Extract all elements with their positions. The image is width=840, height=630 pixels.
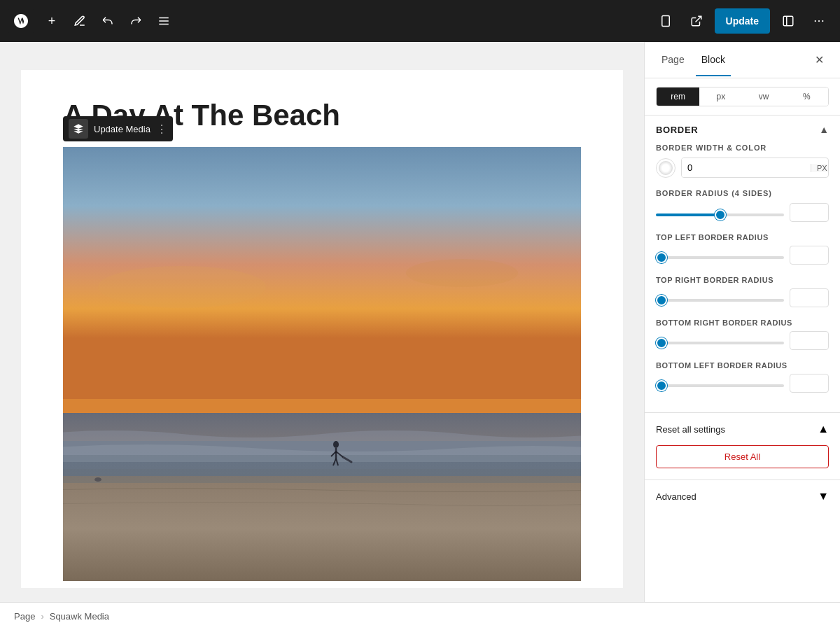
border-width-label: BORDER WIDTH & COLOR <box>656 144 829 152</box>
svg-point-13 <box>406 259 518 287</box>
svg-rect-14 <box>63 399 581 413</box>
border-section: BORDER WIDTH & COLOR PX BORDER RADIUS (4… <box>645 144 840 412</box>
svg-point-9 <box>818 20 820 22</box>
top-right-radius-input[interactable]: 0 <box>790 288 829 307</box>
bottom-left-radius-input[interactable]: 0 <box>790 374 829 393</box>
border-section-title: Border <box>656 125 819 135</box>
reset-all-button[interactable]: Reset All <box>656 445 829 468</box>
top-right-radius-section: TOP RIGHT BORDER RADIUS 0 <box>656 276 829 307</box>
editor-area: A Day At The Beach Update Media ⋮ <box>0 42 644 602</box>
top-right-radius-slider[interactable] <box>656 299 784 302</box>
top-right-radius-row: 0 <box>656 288 829 307</box>
editor-content: A Day At The Beach Update Media ⋮ <box>21 70 623 588</box>
unit-vw-button[interactable]: vw <box>743 88 785 106</box>
border-radius-input[interactable] <box>790 203 829 222</box>
unit-px-button[interactable]: px <box>699 88 742 106</box>
bottom-right-label: BOTTOM RIGHT BORDER RADIUS <box>656 318 829 327</box>
border-color-row: PX <box>656 158 829 178</box>
settings-toggle-button[interactable] <box>776 8 801 34</box>
svg-point-18 <box>333 441 339 448</box>
external-preview-button[interactable] <box>684 8 709 34</box>
breadcrumb-item[interactable]: Squawk Media <box>50 611 109 622</box>
top-toolbar: + Update <box>0 0 840 42</box>
reset-section-header[interactable]: Reset all settings ▲ <box>645 413 840 445</box>
top-left-label: TOP LEFT BORDER RADIUS <box>656 233 829 241</box>
top-right-slider-wrap <box>656 292 784 304</box>
border-width-input-wrap: PX <box>681 158 829 178</box>
reset-chevron-icon: ▲ <box>818 423 829 435</box>
redo-button[interactable] <box>123 8 148 34</box>
bottom-right-slider-wrap <box>656 335 784 347</box>
tab-block[interactable]: Block <box>696 44 731 76</box>
unit-rem-button[interactable]: rem <box>657 88 699 106</box>
unit-switcher: rem px vw % <box>656 87 829 106</box>
svg-rect-6 <box>783 16 793 26</box>
wp-logo[interactable] <box>8 8 34 34</box>
add-block-button[interactable]: + <box>39 8 64 34</box>
top-left-radius-section: TOP LEFT BORDER RADIUS 0 <box>656 233 829 265</box>
image-toolbar-more-icon[interactable]: ⋮ <box>156 122 167 136</box>
breadcrumb-page[interactable]: Page <box>14 611 35 622</box>
top-left-radius-slider[interactable] <box>656 256 784 259</box>
list-view-button[interactable] <box>151 8 176 34</box>
sidebar-tabs: Page Block ✕ <box>645 42 840 78</box>
bottom-right-radius-section: BOTTOM RIGHT BORDER RADIUS 0 <box>656 318 829 350</box>
top-left-radius-input[interactable]: 0 <box>790 246 829 265</box>
color-swatch-inner <box>659 161 673 175</box>
advanced-section: Advanced ▼ <box>645 479 840 512</box>
bottom-right-radius-slider[interactable] <box>656 342 784 344</box>
advanced-chevron-icon: ▼ <box>818 490 829 503</box>
sidebar: Page Block ✕ rem px vw % Border ▲ BORDER… <box>644 42 840 602</box>
border-unit-label: PX <box>811 164 829 172</box>
bottom-left-radius-section: BOTTOM LEFT BORDER RADIUS 0 <box>656 361 829 393</box>
undo-button[interactable] <box>95 8 120 34</box>
beach-image[interactable] <box>63 147 581 581</box>
border-radius-slider-wrap <box>656 206 784 219</box>
unit-percent-button[interactable]: % <box>785 88 828 106</box>
tab-page[interactable]: Page <box>656 44 690 76</box>
breadcrumb-bar: Page › Squawk Media <box>0 602 840 630</box>
bottom-right-radius-row: 0 <box>656 331 829 350</box>
top-left-slider-wrap <box>656 249 784 262</box>
reset-section: Reset all settings ▲ Reset All <box>645 412 840 479</box>
toolbar-right: Update <box>653 8 832 34</box>
breadcrumb-separator: › <box>41 611 43 622</box>
border-section-header[interactable]: Border ▲ <box>645 115 840 144</box>
svg-point-8 <box>815 20 816 22</box>
svg-point-25 <box>94 477 102 482</box>
image-block-wrapper: Update Media ⋮ <box>63 147 581 581</box>
bottom-right-radius-input[interactable]: 0 <box>790 331 829 350</box>
main-area: A Day At The Beach Update Media ⋮ <box>0 42 840 602</box>
bottom-left-radius-slider[interactable] <box>656 384 784 387</box>
border-radius-label: BORDER RADIUS (4 SIDES) <box>656 189 829 197</box>
image-toolbar: Update Media ⋮ <box>63 116 173 141</box>
bottom-left-label: BOTTOM LEFT BORDER RADIUS <box>656 361 829 370</box>
svg-rect-17 <box>63 469 581 483</box>
border-color-swatch[interactable] <box>656 158 676 178</box>
update-button[interactable]: Update <box>715 8 770 34</box>
top-right-label: TOP RIGHT BORDER RADIUS <box>656 276 829 284</box>
border-width-input[interactable] <box>682 158 811 177</box>
bottom-left-radius-row: 0 <box>656 374 829 393</box>
image-toolbar-logo <box>69 119 88 139</box>
advanced-section-header[interactable]: Advanced ▼ <box>645 480 840 512</box>
advanced-section-title: Advanced <box>656 491 818 502</box>
top-left-radius-row: 0 <box>656 246 829 265</box>
more-options-button[interactable] <box>806 8 832 34</box>
svg-point-10 <box>822 20 823 22</box>
border-radius-4-sides-row <box>656 203 829 222</box>
border-chevron-icon: ▲ <box>819 124 829 135</box>
svg-point-12 <box>98 266 266 308</box>
sidebar-close-button[interactable]: ✕ <box>809 50 829 70</box>
preview-mobile-button[interactable] <box>653 8 678 34</box>
svg-rect-3 <box>662 16 669 27</box>
reset-section-title: Reset all settings <box>656 424 818 435</box>
bottom-left-slider-wrap <box>656 377 784 390</box>
svg-line-5 <box>695 16 701 22</box>
image-toolbar-label: Update Media <box>94 124 150 134</box>
tools-button[interactable] <box>67 8 92 34</box>
border-radius-slider[interactable] <box>656 214 784 216</box>
